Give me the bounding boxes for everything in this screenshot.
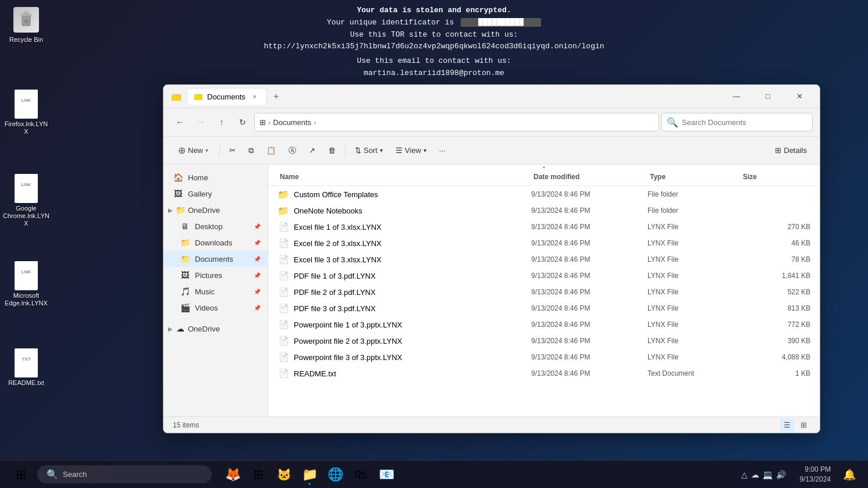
ransom-email: martina.lestariid1898@proton.me xyxy=(12,67,856,80)
sidebar-item-music[interactable]: 🎵 Music 📌 xyxy=(163,283,268,300)
copy-button[interactable]: ⧉ xyxy=(243,143,259,159)
close-button[interactable]: ✕ xyxy=(786,87,813,106)
system-tray[interactable]: △ ☁ 💻 🔊 xyxy=(737,468,791,482)
start-button[interactable]: ⊞ xyxy=(9,463,33,486)
taskbar-app-explorer[interactable]: 🦊 xyxy=(221,463,244,486)
taskbar-app-cat[interactable]: 🐱 xyxy=(272,463,296,486)
col-header-type[interactable]: Type xyxy=(648,172,741,182)
file-name: PDF file 1 of 3.pdf.LYNX xyxy=(294,272,376,280)
sidebar-item-documents[interactable]: 📁 Documents 📌 xyxy=(163,251,268,267)
tab-folder-icon xyxy=(194,92,202,101)
new-tab-button[interactable]: + xyxy=(269,90,283,104)
edge-label: Microsoft Edge.lnk.LYNX xyxy=(3,292,49,307)
sidebar-item-videos[interactable]: 🎬 Videos 📌 xyxy=(163,300,268,316)
file-size: 813 KB xyxy=(741,304,810,312)
desktop-icon-readme[interactable]: TXT README.txt xyxy=(3,349,49,387)
ransom-line1: Your data is stolen and encrypted. xyxy=(12,5,856,17)
file-type: File folder xyxy=(648,206,741,215)
file-row[interactable]: 📁 Custom Office Templates 9/13/2024 8:46… xyxy=(268,186,820,202)
file-row[interactable]: 📄 PDF file 1 of 3.pdf.LYNX 9/13/2024 8:4… xyxy=(268,268,820,284)
desktop-icon-edge[interactable]: LNK Microsoft Edge.lnk.LYNX xyxy=(3,262,49,307)
file-row[interactable]: 📄 Powerpoint file 3 of 3.pptx.LYNX 9/13/… xyxy=(268,349,820,365)
back-button[interactable]: ← xyxy=(170,113,189,131)
taskbar-app-files[interactable]: 📁 xyxy=(298,463,321,486)
desktop-icon-chrome[interactable]: LNK Google Chrome.lnk.LYNX xyxy=(3,174,49,228)
sidebar-item-desktop[interactable]: 🖥 Desktop 📌 xyxy=(163,218,268,234)
sidebar-item-home[interactable]: 🏠 Home xyxy=(163,169,268,186)
taskbar-app-outlook[interactable]: 📧 xyxy=(375,463,398,486)
file-type: LYNX File xyxy=(648,337,741,345)
sort-label: Sort xyxy=(364,146,378,155)
file-name: Custom Office Templates xyxy=(294,190,378,199)
grid-view-button[interactable]: ⊞ xyxy=(796,418,810,432)
col-header-date[interactable]: Date modified xyxy=(531,172,648,182)
file-row[interactable]: 📄 PDF file 2 of 3.pdf.LYNX 9/13/2024 8:4… xyxy=(268,284,820,300)
file-row[interactable]: 📁 OneNote Notebooks 9/13/2024 8:46 PM Fi… xyxy=(268,202,820,219)
view-button[interactable]: ☰ View ▾ xyxy=(390,143,432,158)
address-bar[interactable]: ⊞ › Documents › xyxy=(254,113,659,131)
taskbar-search-box[interactable]: 🔍 Search xyxy=(37,465,212,483)
delete-button[interactable]: 🗑 xyxy=(322,143,341,158)
search-box[interactable]: 🔍 xyxy=(661,113,813,131)
file-row[interactable]: 📄 Powerpoint file 1 of 3.pptx.LYNX 9/13/… xyxy=(268,316,820,333)
file-icon: 📄 xyxy=(279,304,289,313)
notification-button[interactable]: 🔔 xyxy=(840,465,859,484)
paste-button[interactable]: 📋 xyxy=(261,143,282,158)
file-type: LYNX File xyxy=(648,255,741,263)
active-tab[interactable]: Documents × xyxy=(187,88,267,105)
maximize-button[interactable]: □ xyxy=(755,87,781,106)
sort-icon: ⇅ xyxy=(355,146,361,155)
more-button[interactable]: ··· xyxy=(433,143,451,158)
more-icon: ··· xyxy=(439,146,446,155)
delete-icon: 🗑 xyxy=(328,146,336,155)
sort-button[interactable]: ⇅ Sort ▾ xyxy=(349,143,389,158)
file-icon: 📄 xyxy=(279,320,289,329)
details-button[interactable]: ⊞ Details xyxy=(769,143,813,158)
list-view-button[interactable]: ☰ xyxy=(780,418,794,432)
file-type: LYNX File xyxy=(648,272,741,280)
sidebar-videos-label: Videos xyxy=(195,304,218,312)
taskbar-apps: 🦊 ⊞ 🐱 📁 🌐 🛍 📧 xyxy=(221,463,398,486)
file-row[interactable]: 📄 Excel file 1 of 3.xlsx.LYNX 9/13/2024 … xyxy=(268,219,820,235)
chevron-up-icon: △ xyxy=(741,470,748,479)
onedrive-bottom-expand-icon: ▶ xyxy=(168,326,173,332)
col-header-name[interactable]: Name xyxy=(278,172,531,182)
cut-button[interactable]: ✂ xyxy=(223,143,241,158)
up-button[interactable]: ↑ xyxy=(212,113,231,131)
rename-button[interactable]: Ⓐ xyxy=(283,142,302,159)
file-size: 390 KB xyxy=(741,337,810,345)
forward-button[interactable]: → xyxy=(191,113,210,131)
new-button[interactable]: ⊕ New ▾ xyxy=(170,141,216,160)
sidebar-onedrive-group[interactable]: ▶ 📁 OneDrive xyxy=(163,202,268,218)
taskbar-app-settings[interactable]: 🌐 xyxy=(323,463,347,486)
file-row[interactable]: 📄 PDF file 3 of 3.pdf.LYNX 9/13/2024 8:4… xyxy=(268,300,820,316)
taskbar-app-browser[interactable]: ⊞ xyxy=(247,463,270,486)
pictures-icon: 🖼 xyxy=(180,270,190,280)
col-header-size[interactable]: Size xyxy=(741,172,810,182)
file-name: Excel file 2 of 3.xlsx.LYNX xyxy=(294,239,382,248)
desktop-icon-recycle-bin[interactable]: ♻ Recycle Bin xyxy=(3,6,49,44)
clock[interactable]: 9:00 PM 9/13/2024 xyxy=(795,462,835,487)
file-row[interactable]: 📄 Powerpoint file 2 of 3.pptx.LYNX 9/13/… xyxy=(268,333,820,349)
desktop-icon-firefox[interactable]: LNK Firefox.lnk.LYNX xyxy=(3,90,49,136)
minimize-button[interactable]: — xyxy=(723,87,750,106)
file-row[interactable]: 📄 README.txt 9/13/2024 8:46 PM Text Docu… xyxy=(268,365,820,382)
file-type: LYNX File xyxy=(648,304,741,312)
view-icon: ☰ xyxy=(396,146,403,155)
taskbar-app-store[interactable]: 🛍 xyxy=(349,463,372,486)
sidebar-item-downloads[interactable]: 📁 Downloads 📌 xyxy=(163,234,268,251)
file-size: 1,841 KB xyxy=(741,272,810,280)
file-name: PDF file 2 of 3.pdf.LYNX xyxy=(294,288,376,297)
file-row[interactable]: 📄 Excel file 2 of 3.xlsx.LYNX 9/13/2024 … xyxy=(268,235,820,251)
sidebar-item-pictures[interactable]: 🖼 Pictures 📌 xyxy=(163,267,268,283)
sidebar-onedrive-bottom[interactable]: ▶ ☁ OneDrive xyxy=(163,320,268,337)
sidebar-item-gallery[interactable]: 🖼 Gallery xyxy=(163,186,268,202)
path-chevron-2: › xyxy=(314,118,316,127)
refresh-button[interactable]: ↻ xyxy=(233,113,252,131)
search-input[interactable] xyxy=(682,118,807,127)
file-row[interactable]: 📄 Excel file 3 of 3.xlsx.LYNX 9/13/2024 … xyxy=(268,251,820,268)
videos-pin-icon: 📌 xyxy=(254,305,261,311)
share-button[interactable]: ↗ xyxy=(303,143,321,158)
view-label: View xyxy=(405,146,421,155)
tab-close-button[interactable]: × xyxy=(250,92,259,101)
